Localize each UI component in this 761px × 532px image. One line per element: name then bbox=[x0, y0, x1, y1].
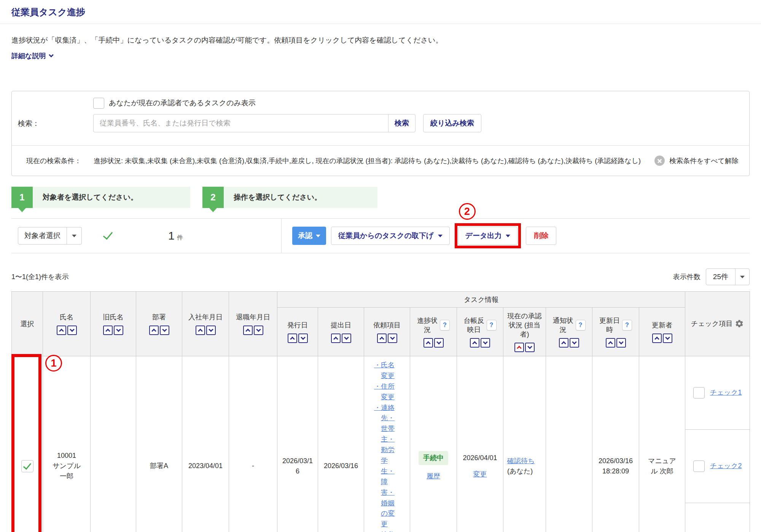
col-header-name: 氏名 bbox=[43, 292, 91, 356]
per-page-select[interactable]: 25件 bbox=[706, 268, 750, 285]
data-export-button[interactable]: データ出力 bbox=[458, 227, 518, 245]
check-item-link[interactable]: チェック2 bbox=[710, 461, 742, 471]
sort-asc-button[interactable] bbox=[423, 338, 433, 348]
sort-desc-button[interactable] bbox=[206, 326, 216, 335]
current-conditions-row: 現在の検索条件： 進捗状況: 未収集,未収集 (未合意),未収集 (合意済),収… bbox=[12, 145, 749, 176]
sort-desc-button[interactable] bbox=[342, 333, 351, 343]
group-header-task-info: タスク情報 bbox=[277, 292, 685, 308]
help-icon[interactable]: ? bbox=[622, 320, 632, 330]
row-highlight-box bbox=[11, 354, 41, 532]
sort-desc-button[interactable] bbox=[616, 338, 626, 348]
conditions-label: 現在の検索条件： bbox=[26, 156, 94, 165]
employee-task-table: 選択 氏名 旧氏名 bbox=[11, 291, 750, 532]
approval-status-link[interactable]: 確認待ち bbox=[507, 457, 535, 465]
gear-icon[interactable] bbox=[735, 319, 744, 328]
col-header-issue-date: 発行日 bbox=[277, 308, 318, 356]
filter-search-button[interactable]: 絞り込み検索 bbox=[423, 114, 481, 132]
sort-asc-button[interactable] bbox=[470, 338, 479, 348]
request-item-link[interactable]: ・連絡先・世帯主・勤労学生・障害・婚姻の変更 bbox=[374, 404, 395, 528]
search-input[interactable] bbox=[93, 114, 388, 132]
check-items-cell: チェック1 チェック2 チェック3 bbox=[685, 356, 750, 532]
ledger-date-cell: 2026/04/01 変更 bbox=[457, 356, 503, 532]
page-title: 従業員タスク進捗 bbox=[11, 6, 750, 18]
per-page-label: 表示件数 bbox=[673, 272, 701, 281]
approve-button[interactable]: 承認 bbox=[292, 227, 326, 245]
col-header-retire-date: 退職年月日 bbox=[229, 292, 277, 356]
step-1-number: 1 bbox=[11, 187, 33, 208]
col-header-submit-date: 提出日 bbox=[318, 308, 364, 356]
progress-cell: 手続中 履歴 bbox=[410, 356, 457, 532]
col-header-former-name: 旧氏名 bbox=[91, 292, 136, 356]
check-item-link[interactable]: チェック1 bbox=[710, 387, 742, 398]
caret-down-icon bbox=[736, 276, 749, 278]
row-select-checkbox[interactable] bbox=[21, 460, 33, 472]
search-panel: 検索： あなたが現在の承認者であるタスクのみ表示 検索 絞り込み検索 現在の検索… bbox=[11, 91, 750, 176]
request-item-link[interactable]: ・氏名変更 bbox=[374, 361, 395, 380]
step-2-banner: 2 操作を選択してください。 bbox=[202, 187, 377, 208]
check-item-row: チェック2 bbox=[685, 430, 750, 503]
search-label: 検索： bbox=[18, 97, 93, 132]
approval-status-cell: 確認待ち (あなた) bbox=[503, 356, 546, 532]
help-icon[interactable]: ? bbox=[487, 320, 497, 330]
only-approver-checkbox-label: あなたが現在の承認者であるタスクのみ表示 bbox=[109, 98, 256, 108]
col-header-progress: 進捗状況 ? bbox=[410, 308, 457, 356]
help-icon[interactable]: ? bbox=[576, 320, 586, 330]
issue-date-cell: 2026/03/16 bbox=[277, 356, 318, 532]
sort-asc-button[interactable] bbox=[606, 338, 615, 348]
selected-count: 1 件 bbox=[168, 229, 183, 242]
only-approver-checkbox-row[interactable]: あなたが現在の承認者であるタスクのみ表示 bbox=[93, 97, 738, 110]
sort-asc-button[interactable] bbox=[103, 326, 113, 335]
sort-asc-button[interactable] bbox=[149, 326, 159, 335]
notification-cell bbox=[546, 356, 592, 532]
sort-asc-button-active[interactable] bbox=[514, 343, 524, 352]
check-item-row: チェック1 bbox=[685, 356, 750, 430]
select-cell: 1 bbox=[12, 356, 43, 532]
withdraw-task-button[interactable]: 従業員からのタスクの取下げ bbox=[331, 227, 450, 245]
sort-asc-button[interactable] bbox=[57, 326, 66, 335]
sort-asc-button[interactable] bbox=[243, 326, 253, 335]
detail-description-link[interactable]: 詳細な説明 bbox=[11, 51, 53, 60]
sort-desc-button[interactable] bbox=[434, 338, 444, 348]
check-item-checkbox[interactable] bbox=[693, 387, 705, 399]
sort-asc-button[interactable] bbox=[288, 333, 297, 343]
only-approver-checkbox[interactable] bbox=[93, 98, 104, 109]
clear-x-icon bbox=[654, 156, 665, 166]
check-item-checkbox[interactable] bbox=[693, 461, 705, 472]
sort-desc-button[interactable] bbox=[298, 333, 308, 343]
col-header-updated-at: 更新日時 ? bbox=[592, 308, 639, 356]
search-button[interactable]: 検索 bbox=[388, 114, 416, 132]
retire-date-cell: - bbox=[229, 356, 277, 532]
sort-desc-button[interactable] bbox=[663, 333, 672, 343]
sort-desc-button[interactable] bbox=[570, 338, 579, 348]
history-link[interactable]: 履歴 bbox=[427, 471, 440, 481]
sort-desc-button[interactable] bbox=[114, 326, 123, 335]
sort-asc-button[interactable] bbox=[377, 333, 387, 343]
updated-by-cell: マニュアル 次郎 bbox=[639, 356, 685, 532]
check-icon bbox=[23, 461, 31, 470]
caret-down-icon bbox=[316, 235, 320, 237]
sort-desc-button[interactable] bbox=[160, 326, 169, 335]
selected-check-icon bbox=[103, 230, 113, 240]
target-select-button[interactable]: 対象者選択 bbox=[18, 227, 82, 245]
sort-asc-button[interactable] bbox=[559, 338, 568, 348]
sort-asc-button[interactable] bbox=[652, 333, 662, 343]
page-description: 進捗状況が「収集済」、「手続中」になっているタスクの内容確認が可能です。依頼項目… bbox=[11, 35, 750, 45]
step-2-text: 操作を選択してください。 bbox=[224, 187, 322, 208]
step-1-banner: 1 対象者を選択してください。 bbox=[11, 187, 190, 208]
col-header-select: 選択 bbox=[12, 292, 43, 356]
col-header-department: 部署 bbox=[136, 292, 182, 356]
sort-desc-button[interactable] bbox=[388, 333, 397, 343]
annotation-circle-2: 2 bbox=[459, 203, 476, 220]
clear-conditions-button[interactable]: 検索条件をすべて解除 bbox=[654, 156, 739, 166]
sort-asc-button[interactable] bbox=[196, 326, 205, 335]
sort-asc-button[interactable] bbox=[331, 333, 341, 343]
delete-button[interactable]: 削除 bbox=[526, 227, 556, 245]
sort-desc-button[interactable] bbox=[525, 343, 535, 352]
table-row: 1 10001 サンプル 一郎 部署A 2023/04/01 - 2026/03… bbox=[12, 356, 750, 532]
change-link[interactable]: 変更 bbox=[473, 469, 487, 480]
request-item-link[interactable]: ・住所変更 bbox=[374, 383, 395, 401]
help-icon[interactable]: ? bbox=[440, 320, 450, 330]
sort-desc-button[interactable] bbox=[254, 326, 263, 335]
sort-desc-button[interactable] bbox=[481, 338, 490, 348]
sort-desc-button[interactable] bbox=[67, 326, 77, 335]
